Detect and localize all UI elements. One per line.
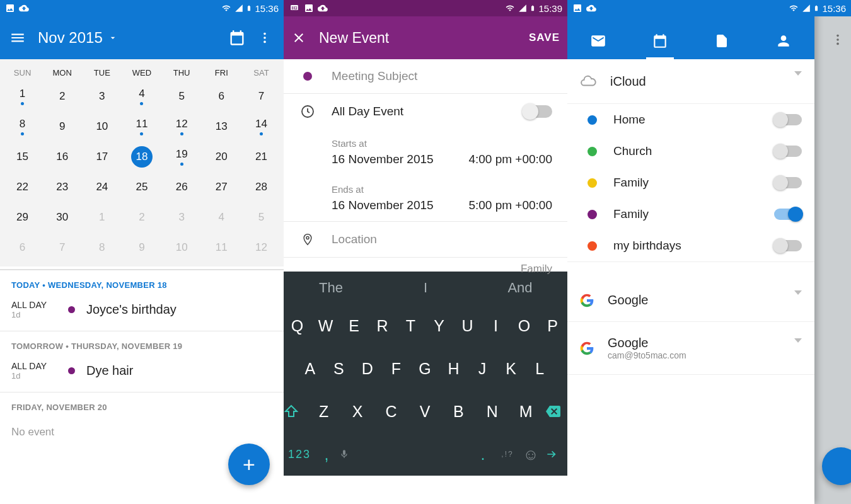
calendar-day[interactable]: 25: [122, 172, 161, 202]
keyboard-key[interactable]: P: [541, 317, 565, 335]
location-field[interactable]: Location: [284, 222, 567, 258]
calendar-day[interactable]: 29: [3, 202, 42, 232]
period-key[interactable]: .: [472, 445, 495, 464]
punctuation-key[interactable]: ,!?: [495, 450, 519, 459]
calendar-toggle[interactable]: [774, 240, 802, 251]
close-icon[interactable]: [291, 30, 306, 45]
all-day-toggle[interactable]: [523, 105, 552, 118]
calendar-toggle[interactable]: [774, 177, 802, 188]
keyboard-key[interactable]: O: [513, 317, 537, 335]
new-event-fab[interactable]: +: [228, 444, 270, 485]
menu-icon[interactable]: [5, 30, 30, 46]
keyboard-key[interactable]: G: [414, 360, 437, 378]
tab-files[interactable]: [697, 33, 747, 59]
keyboard-key[interactable]: A: [299, 360, 323, 378]
calendar-day[interactable]: 13: [202, 112, 241, 142]
calendar-day[interactable]: 16: [42, 142, 82, 172]
calendar-day[interactable]: 17: [82, 142, 122, 172]
backspace-key[interactable]: [543, 404, 567, 419]
scrim-background[interactable]: [814, 0, 851, 504]
month-picker[interactable]: Nov 2015: [38, 29, 118, 47]
keyboard-key[interactable]: C: [380, 403, 404, 421]
save-button[interactable]: SAVE: [529, 32, 560, 44]
calendar-day[interactable]: 6: [202, 81, 241, 112]
calendar-day[interactable]: 7: [42, 232, 82, 263]
calendar-day[interactable]: 30: [42, 202, 82, 232]
comma-key[interactable]: ,: [315, 445, 339, 464]
subject-field[interactable]: Meeting Subject: [284, 59, 567, 94]
keyboard-key[interactable]: Y: [428, 317, 452, 335]
calendar-day[interactable]: 6: [3, 232, 42, 263]
overflow-menu-icon[interactable]: [831, 33, 845, 47]
calendar-day[interactable]: 9: [42, 112, 82, 142]
calendar-day[interactable]: 5: [241, 202, 281, 232]
calendar-day[interactable]: 3: [82, 81, 122, 112]
calendar-day[interactable]: 1: [3, 81, 42, 112]
calendar-day[interactable]: 12: [241, 232, 281, 263]
keyboard-key[interactable]: Q: [286, 317, 310, 335]
calendar-day[interactable]: 11: [202, 232, 241, 263]
calendar-day[interactable]: 10: [82, 112, 122, 142]
calendar-toggle[interactable]: [774, 114, 802, 125]
keyboard-key[interactable]: B: [447, 403, 471, 421]
keyboard-key[interactable]: W: [315, 317, 339, 335]
enter-key[interactable]: [543, 448, 567, 461]
calendar-day[interactable]: 3: [162, 202, 202, 232]
keyboard-key[interactable]: N: [481, 403, 505, 421]
keyboard-suggestion[interactable]: The: [284, 280, 378, 296]
keyboard-key[interactable]: V: [414, 403, 437, 421]
calendar-day[interactable]: 27: [202, 172, 241, 202]
keyboard-key[interactable]: E: [343, 317, 367, 335]
keyboard-key[interactable]: K: [500, 360, 524, 378]
keyboard-key[interactable]: L: [528, 360, 552, 378]
agenda-event[interactable]: ALL DAY 1d Dye hair: [0, 357, 284, 392]
new-event-fab[interactable]: [822, 447, 851, 485]
calendar-day[interactable]: 24: [82, 172, 122, 202]
mic-key[interactable]: [339, 448, 363, 461]
calendar-day[interactable]: 12: [162, 112, 202, 142]
calendar-day[interactable]: 2: [122, 202, 161, 232]
calendar-day[interactable]: 20: [202, 142, 241, 172]
calendar-day[interactable]: 18: [122, 142, 161, 172]
keyboard-key[interactable]: F: [385, 360, 408, 378]
account-header[interactable]: iCloud: [567, 59, 814, 104]
keyboard-key[interactable]: D: [356, 360, 380, 378]
calendar-day[interactable]: 21: [241, 142, 281, 172]
calendar-day[interactable]: 11: [122, 112, 161, 142]
calendar-day[interactable]: 1: [82, 202, 122, 232]
calendar-day[interactable]: 8: [3, 112, 42, 142]
calendar-day[interactable]: 14: [241, 112, 281, 142]
calendar-day[interactable]: 4: [122, 81, 161, 112]
calendar-grid[interactable]: 1234567891011121314151617181920212223242…: [0, 81, 284, 266]
keyboard-key[interactable]: U: [456, 317, 480, 335]
keyboard-key[interactable]: I: [485, 317, 509, 335]
calendar-day[interactable]: 23: [42, 172, 82, 202]
keyboard-row[interactable]: ZXCVBNM: [284, 390, 567, 433]
keyboard-row[interactable]: 123 , . ,!? ☺: [284, 433, 567, 476]
calendar-day[interactable]: 9: [122, 232, 161, 263]
keyboard-row[interactable]: QWERTYUIOP: [284, 304, 567, 347]
start-time-row[interactable]: Starts at 16 November 2015 4:00 pm +00:0…: [284, 138, 567, 175]
calendar-day[interactable]: 5: [162, 81, 202, 112]
keyboard-key[interactable]: J: [471, 360, 495, 378]
keyboard-row[interactable]: ASDFGHJKL: [284, 347, 567, 390]
keyboard-key[interactable]: R: [371, 317, 395, 335]
overflow-menu-icon[interactable]: [251, 31, 279, 45]
calendar-day[interactable]: 4: [202, 202, 241, 232]
account-header[interactable]: Googlecam@9to5mac.com: [567, 322, 814, 375]
calendar-day[interactable]: 7: [241, 81, 281, 112]
emoji-key[interactable]: ☺: [519, 445, 543, 464]
tab-people[interactable]: [758, 33, 809, 59]
calendar-day[interactable]: 26: [162, 172, 202, 202]
calendar-toggle[interactable]: [774, 146, 802, 157]
keyboard-key[interactable]: H: [443, 360, 466, 378]
tab-mail[interactable]: [573, 33, 623, 59]
keyboard-key[interactable]: X: [346, 403, 370, 421]
calendar-day[interactable]: 8: [82, 232, 122, 263]
keyboard-key[interactable]: M: [514, 403, 538, 421]
keyboard-key[interactable]: S: [327, 360, 351, 378]
calendar-field-peek[interactable]: Family: [284, 263, 567, 272]
today-button[interactable]: 18: [223, 29, 251, 47]
agenda-event[interactable]: ALL DAY 1d Joyce's birthday: [0, 296, 284, 331]
end-time-row[interactable]: Ends at 16 November 2015 5:00 pm +00:00: [284, 184, 567, 221]
